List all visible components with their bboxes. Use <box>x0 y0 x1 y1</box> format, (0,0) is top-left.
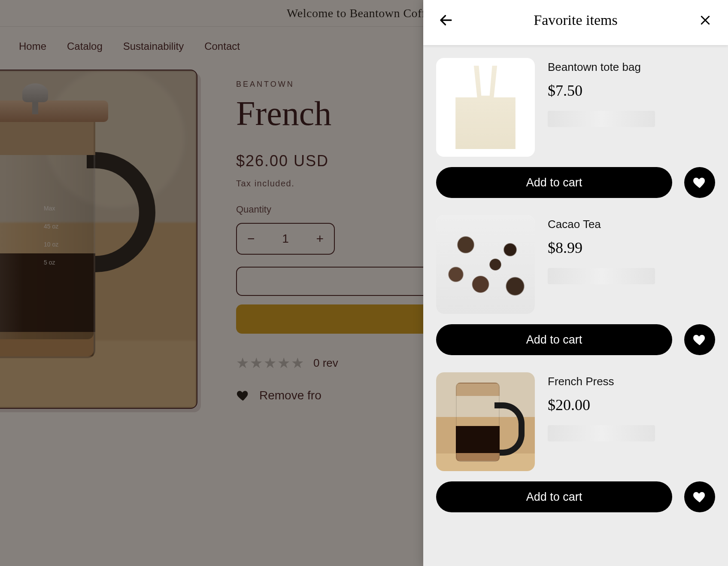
favorite-toggle-button[interactable] <box>684 324 715 355</box>
loading-skeleton <box>548 111 655 127</box>
quantity-decrease-button[interactable]: − <box>247 232 255 245</box>
favorite-item: French Press $20.00 Add to cart <box>436 372 715 512</box>
product-image[interactable]: Max 45 oz 10 oz 5 oz <box>0 70 197 409</box>
favorite-item: Beantown tote bag $7.50 Add to cart <box>436 58 715 198</box>
quantity-stepper[interactable]: − 1 + <box>236 223 335 255</box>
product-image-markings: Max 45 oz 10 oz 5 oz <box>44 199 58 271</box>
favorite-item-price: $8.99 <box>548 239 715 257</box>
heart-icon <box>236 389 250 402</box>
drawer-header: Favorite items <box>423 0 728 45</box>
favorite-item-price: $20.00 <box>548 396 715 414</box>
remove-favorite-label: Remove fro <box>259 389 322 402</box>
quantity-increase-button[interactable]: + <box>316 232 324 245</box>
favorite-item: Cacao Tea $8.99 Add to cart <box>436 215 715 355</box>
favorite-item-name[interactable]: French Press <box>548 375 715 388</box>
close-icon <box>699 14 712 27</box>
favorite-item-price: $7.50 <box>548 82 715 100</box>
favorite-item-image[interactable] <box>436 58 535 157</box>
heart-icon <box>692 175 707 190</box>
heart-icon <box>692 332 707 347</box>
nav-sustainability[interactable]: Sustainability <box>123 40 184 52</box>
reviews-count: 0 rev <box>313 356 338 370</box>
quantity-value: 1 <box>282 232 289 246</box>
drawer-body[interactable]: Beantown tote bag $7.50 Add to cart <box>423 45 728 566</box>
add-to-cart-button[interactable]: Add to cart <box>436 167 672 198</box>
arrow-left-icon <box>438 12 454 28</box>
back-button[interactable] <box>436 10 456 30</box>
nav-home[interactable]: Home <box>19 40 46 52</box>
close-button[interactable] <box>695 10 715 30</box>
add-to-cart-button[interactable]: Add to cart <box>436 481 672 512</box>
favorite-item-name[interactable]: Cacao Tea <box>548 218 715 231</box>
loading-skeleton <box>548 425 655 441</box>
nav-catalog[interactable]: Catalog <box>67 40 103 52</box>
favorite-item-image[interactable] <box>436 372 535 471</box>
favorite-toggle-button[interactable] <box>684 481 715 512</box>
loading-skeleton <box>548 268 655 284</box>
heart-icon <box>692 490 707 504</box>
add-to-cart-button[interactable]: Add to cart <box>436 324 672 355</box>
favorites-drawer: Favorite items Beantown tote bag $7.50 <box>423 0 728 566</box>
star-icons: ★★★★★ <box>236 354 305 371</box>
favorite-toggle-button[interactable] <box>684 167 715 198</box>
nav-contact[interactable]: Contact <box>204 40 240 52</box>
announcement-text: Welcome to Beantown Coffee! <box>287 6 441 20</box>
favorite-item-name[interactable]: Beantown tote bag <box>548 61 715 74</box>
drawer-title: Favorite items <box>534 12 617 28</box>
favorite-item-image[interactable] <box>436 215 535 314</box>
